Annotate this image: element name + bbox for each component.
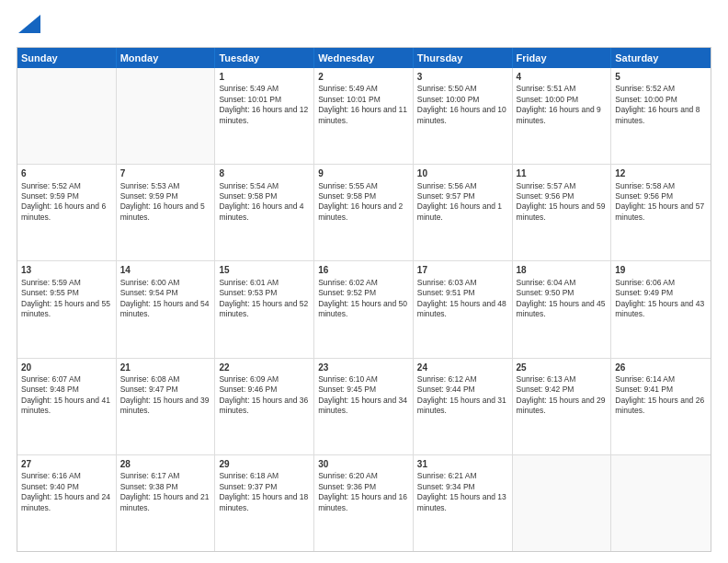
- day-info-line: Sunset: 9:42 PM: [517, 385, 608, 395]
- day-info-line: Sunset: 9:54 PM: [120, 288, 211, 298]
- logo-text: [17, 17, 40, 38]
- day-cell-5: 5Sunrise: 5:52 AMSunset: 10:00 PMDayligh…: [611, 68, 711, 164]
- day-cell-1: 1Sunrise: 5:49 AMSunset: 10:01 PMDayligh…: [215, 68, 314, 164]
- day-number: 15: [219, 264, 310, 277]
- day-info-line: Sunset: 9:51 PM: [417, 288, 508, 298]
- day-info-line: Daylight: 15 hours and 52 minutes.: [219, 299, 310, 320]
- day-cell-16: 16Sunrise: 6:02 AMSunset: 9:52 PMDayligh…: [314, 261, 414, 357]
- calendar-body: 1Sunrise: 5:49 AMSunset: 10:01 PMDayligh…: [17, 68, 711, 551]
- day-cell-10: 10Sunrise: 5:56 AMSunset: 9:57 PMDayligh…: [414, 165, 513, 260]
- day-info-line: Daylight: 16 hours and 2 minutes.: [318, 201, 409, 223]
- day-info-line: Sunrise: 6:21 AM: [417, 471, 508, 481]
- day-info-line: Sunset: 10:01 PM: [219, 95, 310, 105]
- day-info-line: Daylight: 15 hours and 48 minutes.: [417, 299, 508, 320]
- day-number: 14: [120, 264, 211, 277]
- day-info-line: Daylight: 16 hours and 8 minutes.: [615, 105, 707, 126]
- day-info-line: Sunrise: 6:13 AM: [517, 374, 608, 385]
- day-info-line: Sunrise: 6:02 AM: [318, 278, 409, 288]
- day-cell-27: 27Sunrise: 6:16 AMSunset: 9:40 PMDayligh…: [17, 455, 117, 551]
- day-info-line: Sunset: 10:00 PM: [615, 95, 707, 105]
- day-info-line: Sunset: 9:38 PM: [120, 482, 211, 492]
- day-cell-21: 21Sunrise: 6:08 AMSunset: 9:47 PMDayligh…: [117, 359, 216, 454]
- weekday-header-thursday: Thursday: [414, 48, 513, 68]
- day-number: 24: [417, 362, 508, 374]
- day-info-line: Sunrise: 5:52 AM: [615, 84, 707, 94]
- day-info-line: Sunset: 9:58 PM: [219, 191, 310, 201]
- day-cell-13: 13Sunrise: 5:59 AMSunset: 9:55 PMDayligh…: [17, 261, 117, 357]
- day-info-line: Daylight: 16 hours and 10 minutes.: [417, 105, 508, 126]
- day-cell-15: 15Sunrise: 6:01 AMSunset: 9:53 PMDayligh…: [215, 261, 314, 357]
- day-info-line: Sunrise: 6:18 AM: [219, 471, 310, 481]
- day-info-line: Daylight: 15 hours and 16 minutes.: [318, 492, 409, 513]
- day-cell-17: 17Sunrise: 6:03 AMSunset: 9:51 PMDayligh…: [414, 261, 513, 357]
- day-cell-30: 30Sunrise: 6:20 AMSunset: 9:36 PMDayligh…: [314, 455, 414, 551]
- day-info-line: Sunrise: 6:09 AM: [219, 374, 310, 385]
- day-info-line: Sunrise: 6:10 AM: [318, 374, 409, 385]
- day-info-line: Sunset: 9:53 PM: [219, 288, 310, 298]
- day-cell-31: 31Sunrise: 6:21 AMSunset: 9:34 PMDayligh…: [414, 455, 513, 551]
- day-cell-24: 24Sunrise: 6:12 AMSunset: 9:44 PMDayligh…: [414, 359, 513, 454]
- day-info-line: Sunset: 9:36 PM: [318, 482, 409, 492]
- day-info-line: Sunset: 9:59 PM: [21, 191, 112, 201]
- day-info-line: Daylight: 15 hours and 36 minutes.: [219, 396, 310, 417]
- day-info-line: Daylight: 16 hours and 6 minutes.: [21, 201, 112, 223]
- day-cell-7: 7Sunrise: 5:53 AMSunset: 9:59 PMDaylight…: [117, 165, 216, 260]
- day-info-line: Sunset: 9:37 PM: [219, 482, 310, 492]
- day-info-line: Sunrise: 6:07 AM: [21, 374, 112, 385]
- calendar-row-3: 13Sunrise: 5:59 AMSunset: 9:55 PMDayligh…: [17, 260, 711, 357]
- day-info-line: Sunrise: 5:50 AM: [417, 84, 508, 94]
- day-info-line: Daylight: 15 hours and 21 minutes.: [120, 492, 211, 513]
- empty-cell: [17, 68, 117, 164]
- day-cell-23: 23Sunrise: 6:10 AMSunset: 9:45 PMDayligh…: [314, 359, 414, 454]
- day-info-line: Sunset: 10:00 PM: [417, 95, 508, 105]
- calendar-row-4: 20Sunrise: 6:07 AMSunset: 9:48 PMDayligh…: [17, 358, 711, 454]
- day-info-line: Sunrise: 5:54 AM: [219, 181, 310, 191]
- day-info-line: Sunrise: 5:51 AM: [517, 84, 608, 94]
- day-cell-18: 18Sunrise: 6:04 AMSunset: 9:50 PMDayligh…: [513, 261, 612, 357]
- weekday-header-monday: Monday: [117, 48, 216, 68]
- day-info-line: Daylight: 16 hours and 11 minutes.: [318, 105, 409, 126]
- day-info-line: Sunset: 9:50 PM: [517, 288, 608, 298]
- day-cell-12: 12Sunrise: 5:58 AMSunset: 9:56 PMDayligh…: [611, 165, 711, 260]
- day-info-line: Daylight: 15 hours and 26 minutes.: [615, 396, 707, 417]
- day-number: 11: [517, 167, 608, 180]
- day-number: 1: [219, 71, 310, 84]
- day-info-line: Sunset: 10:00 PM: [517, 95, 608, 105]
- day-cell-20: 20Sunrise: 6:07 AMSunset: 9:48 PMDayligh…: [17, 359, 117, 454]
- day-info-line: Daylight: 16 hours and 5 minutes.: [120, 201, 211, 223]
- day-number: 8: [219, 167, 310, 180]
- day-cell-29: 29Sunrise: 6:18 AMSunset: 9:37 PMDayligh…: [215, 455, 314, 551]
- day-number: 17: [417, 264, 508, 277]
- day-info-line: Daylight: 15 hours and 54 minutes.: [120, 299, 211, 320]
- day-info-line: Daylight: 16 hours and 1 minute.: [417, 201, 508, 223]
- day-info-line: Sunrise: 5:58 AM: [615, 181, 707, 191]
- svg-marker-0: [18, 15, 40, 33]
- calendar-row-1: 1Sunrise: 5:49 AMSunset: 10:01 PMDayligh…: [17, 68, 711, 164]
- day-info-line: Daylight: 15 hours and 24 minutes.: [21, 492, 112, 513]
- day-info-line: Sunset: 9:55 PM: [21, 288, 112, 298]
- day-info-line: Sunset: 9:56 PM: [615, 191, 707, 201]
- day-number: 20: [21, 362, 112, 374]
- day-info-line: Daylight: 15 hours and 18 minutes.: [219, 492, 310, 513]
- day-info-line: Sunset: 9:48 PM: [21, 385, 112, 395]
- empty-cell: [513, 455, 612, 551]
- day-info-line: Sunset: 9:58 PM: [318, 191, 409, 201]
- day-cell-28: 28Sunrise: 6:17 AMSunset: 9:38 PMDayligh…: [117, 455, 216, 551]
- day-info-line: Daylight: 15 hours and 45 minutes.: [517, 299, 608, 320]
- day-info-line: Daylight: 16 hours and 9 minutes.: [517, 105, 608, 126]
- day-info-line: Sunset: 9:57 PM: [417, 191, 508, 201]
- day-number: 31: [417, 458, 508, 471]
- empty-cell: [611, 455, 711, 551]
- day-info-line: Sunset: 9:40 PM: [21, 482, 112, 492]
- day-number: 25: [517, 362, 608, 374]
- day-info-line: Sunrise: 5:55 AM: [318, 181, 409, 191]
- day-number: 19: [615, 264, 707, 277]
- day-info-line: Daylight: 15 hours and 31 minutes.: [417, 396, 508, 417]
- day-info-line: Daylight: 15 hours and 43 minutes.: [615, 299, 707, 320]
- day-number: 10: [417, 167, 508, 180]
- day-number: 12: [615, 167, 707, 180]
- day-info-line: Sunrise: 6:03 AM: [417, 278, 508, 288]
- day-info-line: Sunrise: 5:49 AM: [318, 84, 409, 94]
- day-info-line: Daylight: 15 hours and 50 minutes.: [318, 299, 409, 320]
- day-cell-8: 8Sunrise: 5:54 AMSunset: 9:58 PMDaylight…: [215, 165, 314, 260]
